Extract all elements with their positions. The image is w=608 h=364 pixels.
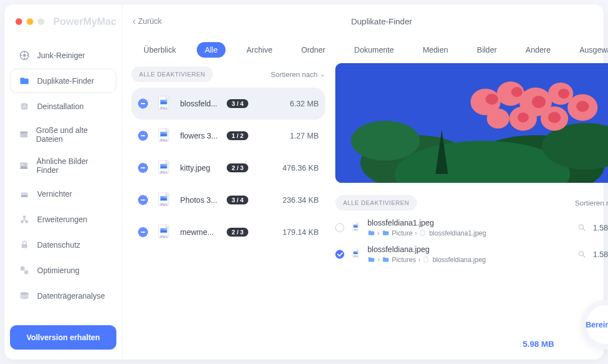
target-icon xyxy=(18,49,30,61)
tab-überblick[interactable]: Überblick xyxy=(136,42,183,58)
checkbox[interactable] xyxy=(335,250,344,259)
file-size: 1.58 MB xyxy=(593,223,608,232)
tab-andere[interactable]: Andere xyxy=(518,42,558,58)
group-name: blossfeld... xyxy=(180,99,219,108)
jpeg-icon xyxy=(156,127,172,144)
selected-total: 5.98 MB xyxy=(523,339,554,348)
checkbox[interactable] xyxy=(335,223,344,232)
sidebar-item-label: Erweiterungen xyxy=(37,215,87,224)
back-label: Zurück xyxy=(138,17,162,25)
jpeg-icon xyxy=(156,160,172,176)
fullversion-button[interactable]: Vollversion erhalten xyxy=(10,325,116,350)
sidebar-item-label: Optimierung xyxy=(37,266,79,275)
tab-alle[interactable]: Alle xyxy=(197,42,225,58)
sort-button[interactable]: Sortieren nach ⌄ xyxy=(270,70,325,79)
group-row[interactable]: kitty.jpeg2 / 3476.36 KB xyxy=(131,152,325,184)
detail-deselect-button[interactable]: ALLE DEAKTIVIEREN xyxy=(335,195,417,211)
sidebar: PowerMyMac Junk-ReinigerDuplikate-Finder… xyxy=(4,4,122,360)
sidebar-item-0[interactable]: Junk-Reiniger xyxy=(10,43,116,68)
selection-ratio: 3 / 4 xyxy=(227,196,248,204)
sidebar-item-1[interactable]: Duplikate-Finder xyxy=(10,69,116,93)
extensions-icon xyxy=(18,213,30,225)
box-icon xyxy=(18,129,29,141)
svg-point-42 xyxy=(511,87,522,97)
group-list: blossfeld...3 / 46.32 MBflowers 3...1 / … xyxy=(131,88,325,348)
minimize-dot[interactable] xyxy=(27,18,33,25)
folder-icon xyxy=(382,256,390,264)
selection-ratio: 3 / 4 xyxy=(227,99,248,108)
magnify-icon[interactable] xyxy=(578,223,586,232)
svg-point-8 xyxy=(23,54,26,57)
sidebar-item-6[interactable]: Erweiterungen xyxy=(10,207,116,232)
group-row[interactable]: flowers 3...1 / 21.27 MB xyxy=(131,120,325,152)
sidebar-item-9[interactable]: Datenträgeranalyse xyxy=(10,284,116,308)
svg-point-44 xyxy=(558,89,569,99)
file-path: ›Picture›blossfeldiana1.jpeg xyxy=(367,229,571,237)
close-dot[interactable] xyxy=(16,18,22,25)
tab-ordner[interactable]: Ordner xyxy=(293,42,333,58)
group-row[interactable]: mewme...2 / 3179.14 KB xyxy=(131,216,325,248)
sidebar-item-label: Datenträgeranalyse xyxy=(37,291,105,300)
remove-icon[interactable] xyxy=(138,131,148,141)
group-size: 1.27 MB xyxy=(272,131,319,140)
folder-icon xyxy=(18,75,30,87)
filter-tabs: ÜberblickAlleArchiveOrdnerDokumenteMedie… xyxy=(122,35,608,63)
sidebar-item-label: Duplikate-Finder xyxy=(37,76,94,85)
file-path: ›Pictures›blossfeldiana.jpeg xyxy=(367,256,571,264)
sidebar-item-2[interactable]: ADeinstallation xyxy=(10,94,116,119)
svg-text:A: A xyxy=(23,104,27,109)
svg-point-47 xyxy=(548,112,561,123)
app-icon: A xyxy=(18,100,30,112)
svg-point-31 xyxy=(351,121,420,161)
sidebar-item-8[interactable]: Optimierung xyxy=(10,258,116,283)
file-list: blossfeldiana1.jpeg›Picture›blossfeldian… xyxy=(335,218,608,264)
jpeg-icon xyxy=(156,95,172,112)
remove-icon[interactable] xyxy=(138,99,148,109)
group-row[interactable]: blossfeld...3 / 46.32 MB xyxy=(131,88,325,120)
tab-medien[interactable]: Medien xyxy=(415,42,456,58)
document-icon xyxy=(422,256,430,264)
svg-rect-17 xyxy=(23,216,26,218)
group-size: 476.36 KB xyxy=(272,163,319,172)
chevron-left-icon: ‹ xyxy=(132,16,136,27)
group-size: 179.14 KB xyxy=(272,228,319,237)
sidebar-item-7[interactable]: Datenschutz xyxy=(10,233,116,257)
page-title: Duplikate-Finder xyxy=(122,17,608,26)
svg-point-43 xyxy=(532,96,546,108)
svg-point-41 xyxy=(486,94,498,105)
lock-icon xyxy=(18,239,30,251)
sidebar-item-label: Deinstallation xyxy=(37,102,84,111)
folder-icon xyxy=(367,229,375,237)
svg-point-39 xyxy=(487,109,509,129)
file-size: 1.58 MB xyxy=(593,250,608,259)
sidebar-item-4[interactable]: Ähnliche Bilder Finder xyxy=(10,151,116,181)
sidebar-item-3[interactable]: Große und alte Dateien xyxy=(10,120,116,150)
remove-icon[interactable] xyxy=(138,163,148,173)
group-row[interactable]: Photos 3...3 / 4236.34 KB xyxy=(131,184,325,216)
magnify-icon[interactable] xyxy=(578,250,586,259)
tab-ausgewählt[interactable]: Ausgewählt xyxy=(572,42,609,58)
document-icon xyxy=(419,229,427,237)
brand-label: PowerMyMac xyxy=(53,16,116,28)
back-button[interactable]: ‹ Zurück xyxy=(132,16,162,27)
sidebar-item-label: Junk-Reiniger xyxy=(37,51,85,60)
sort-label: Sortieren nach xyxy=(270,70,318,79)
remove-icon[interactable] xyxy=(138,227,148,237)
group-size: 6.32 MB xyxy=(272,99,319,108)
maximize-dot[interactable] xyxy=(38,18,44,25)
tab-bilder[interactable]: Bilder xyxy=(469,42,505,58)
deselect-all-button[interactable]: ALLE DEAKTIVIEREN xyxy=(131,66,213,82)
file-row[interactable]: blossfeldiana1.jpeg›Picture›blossfeldian… xyxy=(335,218,608,237)
remove-icon[interactable] xyxy=(138,195,148,205)
detail-sort-button[interactable]: Sortieren nach ⌄ xyxy=(575,199,608,207)
group-size: 236.34 KB xyxy=(272,196,319,204)
sidebar-item-label: Ähnliche Bilder Finder xyxy=(37,157,108,175)
file-name: blossfeldiana.jpeg xyxy=(367,245,571,254)
sidebar-item-5[interactable]: Vernichter xyxy=(10,182,116,206)
group-name: Photos 3... xyxy=(180,196,219,204)
file-row[interactable]: blossfeldiana.jpeg›Pictures›blossfeldian… xyxy=(335,245,608,264)
window-controls[interactable] xyxy=(10,18,44,25)
sidebar-item-label: Vernichter xyxy=(37,189,72,198)
tab-dokumente[interactable]: Dokumente xyxy=(346,42,402,58)
tab-archive[interactable]: Archive xyxy=(239,42,280,58)
